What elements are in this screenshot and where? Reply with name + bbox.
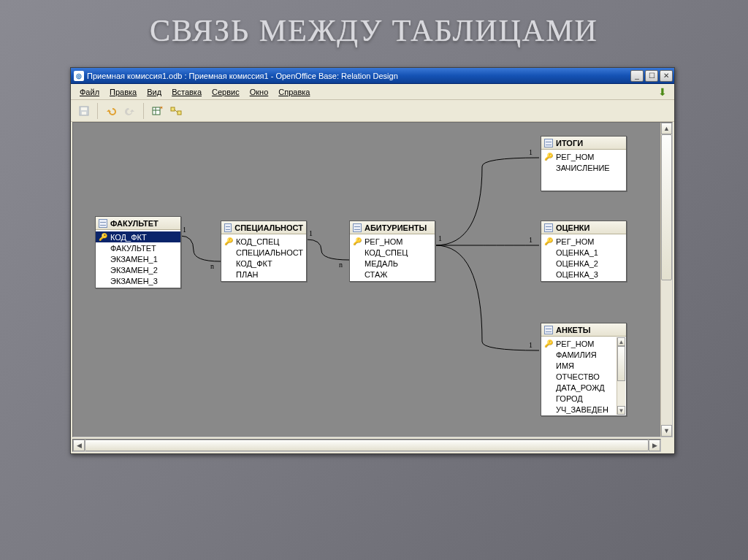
download-icon[interactable]: ⬇: [658, 86, 670, 98]
svg-rect-1: [81, 107, 87, 110]
field-row[interactable]: 🔑КОД_СПЕЦ: [350, 247, 435, 258]
svg-rect-7: [171, 107, 175, 111]
relation-canvas[interactable]: 1 n 1 n 1 1 1 1 ФАКУЛЬТЕТ 🔑КОД_ФКТ: [73, 123, 672, 437]
scroll-down-icon[interactable]: ▼: [617, 406, 625, 415]
table-ocenki[interactable]: ОЦЕНКИ 🔑РЕГ_НОМ 🔑ОЦЕНКА_1 🔑ОЦЕНКА_2 🔑ОЦЕ…: [541, 220, 627, 282]
table-title: СПЕЦИАЛЬНОСТ: [234, 223, 303, 232]
app-icon: ◎: [74, 71, 84, 81]
svg-text:1: 1: [183, 226, 186, 234]
field-row[interactable]: 🔑СПЕЦИАЛЬНОСТ: [221, 247, 306, 258]
scroll-thumb[interactable]: [85, 440, 649, 451]
table-abiturienty[interactable]: АБИТУРИЕНТЫ 🔑РЕГ_НОМ 🔑КОД_СПЕЦ 🔑МЕДАЛЬ 🔑…: [349, 220, 435, 282]
field-row[interactable]: 🔑ЗАЧИСЛЕНИЕ: [541, 162, 626, 173]
slide-title: СВЯЗЬ МЕЖДУ ТАБЛИЦАМИ: [0, 0, 748, 53]
svg-text:n: n: [210, 262, 214, 270]
toolbar: ✶: [71, 100, 674, 122]
field-row[interactable]: 🔑ЭКЗАМЕН_2: [96, 264, 180, 275]
field-row[interactable]: 🔑ОЦЕНКА_2: [541, 258, 626, 269]
scroll-up-icon[interactable]: ▲: [661, 123, 672, 134]
field-row[interactable]: 🔑РЕГ_НОМ: [541, 151, 626, 162]
scroll-thumb[interactable]: [661, 134, 672, 280]
table-title: ИТОГИ: [556, 139, 583, 147]
key-icon: 🔑: [544, 237, 553, 245]
maximize-button[interactable]: ☐: [645, 70, 658, 82]
field-row[interactable]: 🔑ФАКУЛЬТЕТ: [96, 242, 180, 253]
undo-button[interactable]: [102, 102, 120, 120]
field-row[interactable]: 🔑ДАТА_РОЖД: [541, 382, 617, 393]
add-table-button[interactable]: ✶: [148, 102, 166, 120]
add-relation-button[interactable]: [167, 102, 185, 120]
menu-window[interactable]: Окно: [245, 88, 273, 96]
key-icon: 🔑: [224, 237, 233, 245]
scroll-down-icon[interactable]: ▼: [661, 425, 672, 437]
table-title: АБИТУРИЕНТЫ: [365, 223, 427, 232]
menu-edit[interactable]: Правка: [105, 88, 141, 96]
scroll-thumb[interactable]: [617, 346, 625, 381]
menu-help[interactable]: Справка: [274, 88, 314, 96]
scroll-right-icon[interactable]: ▶: [649, 440, 660, 451]
field-row[interactable]: 🔑КОД_ФКТ: [221, 258, 306, 269]
field-row[interactable]: 🔑КОД_ФКТ: [96, 231, 180, 242]
svg-text:1: 1: [529, 341, 533, 349]
svg-text:1: 1: [529, 148, 533, 156]
field-row[interactable]: 🔑СТАЖ: [350, 269, 435, 280]
table-icon: [99, 219, 107, 228]
redo-button[interactable]: [121, 102, 139, 120]
svg-text:✶: ✶: [159, 105, 163, 110]
table-icon: [224, 223, 232, 232]
field-row[interactable]: 🔑КОД_СПЕЦ: [221, 236, 306, 247]
close-button[interactable]: ✕: [660, 70, 673, 82]
field-row[interactable]: 🔑ФАМИЛИЯ: [541, 349, 617, 360]
svg-text:1: 1: [438, 234, 442, 242]
table-scrollbar[interactable]: ▲ ▼: [617, 337, 625, 415]
table-fakultet[interactable]: ФАКУЛЬТЕТ 🔑КОД_ФКТ 🔑ФАКУЛЬТЕТ 🔑ЭКЗАМЕН_1…: [95, 216, 181, 288]
table-icon: [544, 326, 553, 334]
canvas-hscrollbar[interactable]: ◀ ▶: [72, 439, 661, 452]
svg-rect-2: [82, 112, 86, 115]
field-row[interactable]: 🔑МЕДАЛЬ: [350, 258, 435, 269]
key-icon: 🔑: [544, 340, 553, 348]
table-title: ФАКУЛЬТЕТ: [110, 219, 159, 228]
table-specialnost[interactable]: СПЕЦИАЛЬНОСТ 🔑КОД_СПЕЦ 🔑СПЕЦИАЛЬНОСТ 🔑КО…: [221, 220, 307, 282]
field-row[interactable]: 🔑ЭКЗАМЕН_3: [96, 275, 180, 286]
key-icon: 🔑: [353, 237, 362, 245]
table-icon: [544, 223, 553, 232]
menu-file[interactable]: Файл: [75, 88, 104, 96]
field-row[interactable]: 🔑РЕГ_НОМ: [350, 236, 435, 247]
field-row[interactable]: 🔑ЭКЗАМЕН_1: [96, 253, 180, 264]
field-row[interactable]: 🔑РЕГ_НОМ: [541, 236, 626, 247]
table-title: ОЦЕНКИ: [556, 223, 590, 232]
table-icon: [544, 139, 553, 147]
field-row: [541, 173, 626, 189]
svg-text:1: 1: [309, 229, 313, 237]
menu-tools[interactable]: Сервис: [207, 88, 244, 96]
menu-view[interactable]: Вид: [142, 88, 166, 96]
table-ankety[interactable]: АНКЕТЫ 🔑РЕГ_НОМ 🔑ФАМИЛИЯ 🔑ИМЯ 🔑ОТЧЕСТВО …: [541, 323, 627, 416]
app-window: ◎ Приемная комиссия1.odb : Приемная коми…: [70, 67, 675, 454]
field-row[interactable]: 🔑ГОРОД: [541, 393, 617, 404]
field-row[interactable]: 🔑ОТЧЕСТВО: [541, 371, 617, 382]
table-itogi[interactable]: ИТОГИ 🔑РЕГ_НОМ 🔑ЗАЧИСЛЕНИЕ: [541, 136, 627, 191]
canvas-vscrollbar[interactable]: ▲ ▼: [660, 123, 672, 437]
table-icon: [353, 223, 362, 232]
titlebar[interactable]: ◎ Приемная комиссия1.odb : Приемная коми…: [71, 68, 674, 84]
scroll-left-icon[interactable]: ◀: [73, 440, 85, 451]
field-row[interactable]: 🔑ИМЯ: [541, 360, 617, 371]
table-title: АНКЕТЫ: [556, 326, 590, 334]
field-row[interactable]: 🔑РЕГ_НОМ: [541, 338, 617, 349]
menu-insert[interactable]: Вставка: [167, 88, 206, 96]
key-icon: 🔑: [544, 153, 553, 161]
svg-text:n: n: [339, 261, 343, 269]
field-row[interactable]: 🔑ПЛАН: [221, 269, 306, 280]
scroll-up-icon[interactable]: ▲: [617, 337, 625, 346]
svg-line-9: [175, 110, 178, 112]
menubar: Файл Правка Вид Вставка Сервис Окно Спра…: [71, 84, 674, 100]
relation-canvas-wrap: 1 n 1 n 1 1 1 1 ФАКУЛЬТЕТ 🔑КОД_ФКТ: [72, 122, 673, 437]
field-row[interactable]: 🔑ОЦЕНКА_3: [541, 269, 626, 280]
key-icon: 🔑: [99, 233, 107, 241]
save-button[interactable]: [75, 102, 93, 120]
field-row[interactable]: 🔑УЧ_ЗАВЕДЕН: [541, 404, 617, 415]
field-row[interactable]: 🔑ОЦЕНКА_1: [541, 247, 626, 258]
svg-rect-8: [178, 111, 181, 115]
minimize-button[interactable]: _: [630, 70, 644, 82]
